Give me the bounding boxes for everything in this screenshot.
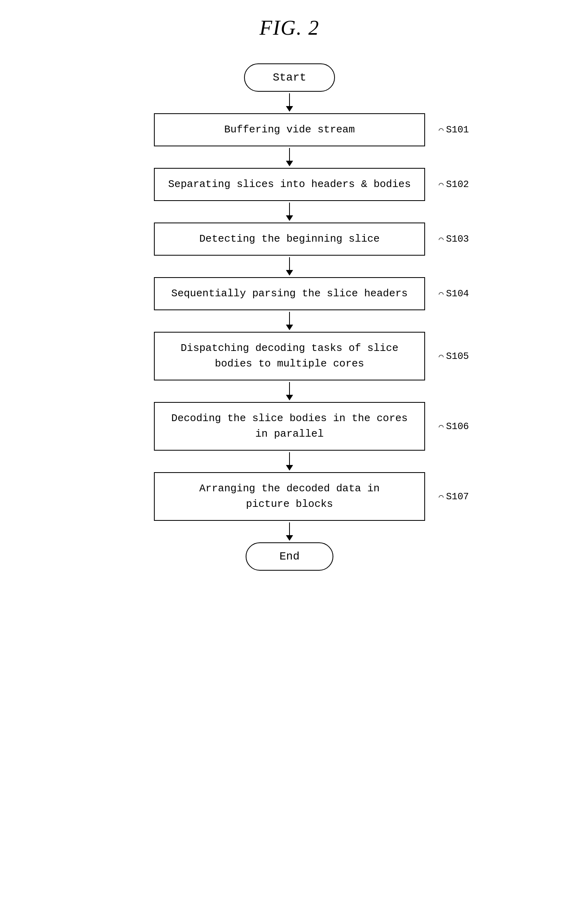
step-s107-row: Arranging the decoded data in picture bl… bbox=[110, 472, 469, 521]
step-s101-text: Buffering vide stream bbox=[224, 124, 355, 136]
squiggle-s101: ⌒ bbox=[439, 125, 443, 135]
arrow-head bbox=[286, 161, 293, 166]
step-s107-text-line1: Arranging the decoded data in bbox=[199, 483, 380, 495]
step-s102-text: Separating slices into headers & bodies bbox=[168, 178, 411, 190]
squiggle-s107: ⌒ bbox=[439, 492, 443, 502]
arrow-line bbox=[289, 312, 290, 325]
arrow-line bbox=[289, 93, 290, 106]
figure-title: FIG. 2 bbox=[260, 16, 320, 39]
arrow-line bbox=[289, 257, 290, 270]
squiggle-s102: ⌒ bbox=[439, 179, 443, 189]
step-s107-text-line2: picture blocks bbox=[246, 498, 333, 510]
arrow-head bbox=[286, 325, 293, 330]
step-s105-id: S105 bbox=[446, 351, 469, 362]
arrow-head bbox=[286, 270, 293, 276]
start-oval: Start bbox=[244, 63, 335, 92]
arrow-7 bbox=[286, 522, 293, 541]
step-s103-row: Detecting the beginning slice ⌒ S103 bbox=[110, 223, 469, 256]
step-s106-id: S106 bbox=[446, 421, 469, 432]
arrow-line bbox=[289, 148, 290, 161]
step-s102-label: ⌒ S102 bbox=[439, 179, 469, 190]
arrow-line bbox=[289, 452, 290, 465]
step-s105-row: Dispatching decoding tasks of slice bodi… bbox=[110, 332, 469, 380]
step-s106-text-line2: in parallel bbox=[255, 428, 324, 440]
step-s101-box: Buffering vide stream bbox=[154, 113, 425, 146]
arrow-line bbox=[289, 203, 290, 215]
step-s104-label: ⌒ S104 bbox=[439, 288, 469, 299]
step-s103-label: ⌒ S103 bbox=[439, 234, 469, 244]
squiggle-s104: ⌒ bbox=[439, 289, 443, 299]
step-s102-id: S102 bbox=[446, 179, 469, 190]
arrow-line bbox=[289, 382, 290, 395]
step-s106-row: Decoding the slice bodies in the cores i… bbox=[110, 402, 469, 451]
arrow-3 bbox=[286, 257, 293, 276]
step-s106-box: Decoding the slice bodies in the cores i… bbox=[154, 402, 425, 451]
step-s102-box: Separating slices into headers & bodies bbox=[154, 168, 425, 201]
step-s103-id: S103 bbox=[446, 234, 469, 244]
arrow-head bbox=[286, 465, 293, 471]
end-oval: End bbox=[246, 542, 333, 571]
step-s105-text-line1: Dispatching decoding tasks of slice bbox=[181, 342, 398, 354]
step-s101-id: S101 bbox=[446, 124, 469, 135]
step-s106-text-line1: Decoding the slice bodies in the cores bbox=[171, 412, 408, 424]
arrow-head bbox=[286, 395, 293, 400]
arrow-1 bbox=[286, 148, 293, 166]
step-s107-box: Arranging the decoded data in picture bl… bbox=[154, 472, 425, 521]
step-s106-label: ⌒ S106 bbox=[439, 421, 469, 432]
step-s104-box: Sequentially parsing the slice headers bbox=[154, 277, 425, 310]
step-s104-id: S104 bbox=[446, 288, 469, 299]
step-s102-row: Separating slices into headers & bodies … bbox=[110, 168, 469, 201]
step-s101-row: Buffering vide stream ⌒ S101 bbox=[110, 113, 469, 146]
flowchart: Start Buffering vide stream ⌒ S101 Separ… bbox=[110, 63, 469, 571]
step-s105-label: ⌒ S105 bbox=[439, 351, 469, 362]
squiggle-s105: ⌒ bbox=[439, 351, 443, 361]
arrow-head bbox=[286, 106, 293, 112]
step-s104-row: Sequentially parsing the slice headers ⌒… bbox=[110, 277, 469, 310]
arrow-4 bbox=[286, 312, 293, 330]
squiggle-s106: ⌒ bbox=[439, 422, 443, 431]
step-s101-label: ⌒ S101 bbox=[439, 124, 469, 135]
page-container: FIG. 2 Start Buffering vide stream ⌒ S10… bbox=[110, 16, 469, 571]
arrow-6 bbox=[286, 452, 293, 471]
step-s103-box: Detecting the beginning slice bbox=[154, 223, 425, 256]
arrow-head bbox=[286, 215, 293, 221]
step-s107-id: S107 bbox=[446, 491, 469, 502]
step-s103-text: Detecting the beginning slice bbox=[199, 233, 380, 245]
squiggle-s103: ⌒ bbox=[439, 234, 443, 244]
step-s104-text: Sequentially parsing the slice headers bbox=[171, 288, 408, 299]
arrow-head bbox=[286, 535, 293, 541]
arrow-2 bbox=[286, 203, 293, 221]
step-s107-label: ⌒ S107 bbox=[439, 491, 469, 502]
arrow-0 bbox=[286, 93, 293, 112]
arrow-5 bbox=[286, 382, 293, 400]
arrow-line bbox=[289, 522, 290, 535]
step-s105-box: Dispatching decoding tasks of slice bodi… bbox=[154, 332, 425, 380]
step-s105-text-line2: bodies to multiple cores bbox=[215, 358, 364, 370]
